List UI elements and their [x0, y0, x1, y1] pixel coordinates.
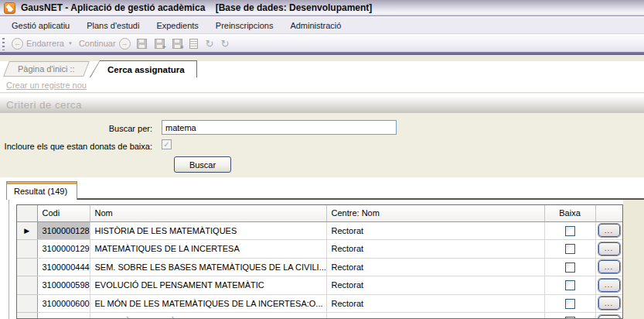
- row-detail-button[interactable]: ...: [598, 297, 620, 310]
- criteria-section-body: Buscar per: Incloure els que estan donat…: [0, 113, 644, 177]
- cell-actions: ...: [595, 276, 622, 295]
- toolbar-grip-handle[interactable]: [2, 38, 5, 50]
- save-button[interactable]: [137, 39, 147, 49]
- cell-centre[interactable]: Rectorat: [326, 294, 544, 313]
- criteria-section-header: Criteri de cerca: [0, 96, 644, 113]
- column-header-actions: [595, 205, 622, 221]
- row-detail-button[interactable]: ...: [598, 260, 620, 273]
- menu-item-preinscripcions[interactable]: Preinscripcions: [207, 19, 282, 33]
- tab-cerca-assignatura-label: Cerca assignatura: [90, 61, 196, 77]
- table-row: 3100000444 SEM. SOBRE LES BASES MATEMÀTI…: [17, 258, 622, 276]
- search-field-label: Buscar per:: [0, 124, 152, 133]
- column-header-codi[interactable]: Codi: [37, 205, 90, 221]
- cell-codi[interactable]: 3100000444: [37, 258, 90, 276]
- row-selector-cell[interactable]: [17, 240, 37, 259]
- baixa-checkbox[interactable]: [565, 262, 575, 273]
- grid-header-row: Codi Nom Centre: Nom Baixa: [17, 205, 622, 221]
- row-selector-cell[interactable]: [17, 294, 37, 313]
- include-inactive-checkbox[interactable]: ✓: [162, 139, 172, 149]
- forward-circle-icon: →: [119, 38, 131, 50]
- criteria-section-title: Criteri de cerca: [6, 99, 82, 111]
- cell-actions: ...: [595, 294, 622, 313]
- menu-item-expedients[interactable]: Expedients: [148, 19, 206, 33]
- cell-codi[interactable]: 3100000726: [37, 313, 90, 319]
- window-title: GausNET - Aplicació de gestió acadèmica …: [21, 2, 372, 13]
- table-row: 3100000600 EL MÓN DE LES MATEMÀTIQUES DE…: [17, 294, 622, 313]
- save-add-icon: +: [162, 44, 166, 50]
- cell-baixa: [544, 294, 595, 313]
- row-detail-button[interactable]: ...: [598, 315, 620, 319]
- column-header-baixa[interactable]: Baixa: [544, 205, 595, 221]
- forward-button[interactable]: Continuar →: [77, 38, 133, 52]
- app-window: GausNET - Aplicació de gestió acadèmica …: [0, 0, 644, 319]
- column-header-nom[interactable]: Nom: [90, 205, 326, 221]
- cell-nom[interactable]: EL MÓN DE LES MATEMÀTIQUES DE LA INCERTE…: [90, 294, 326, 313]
- cell-nom[interactable]: MATEMÀTIQUES DE LA INCERTESA: [90, 240, 326, 259]
- search-input[interactable]: [162, 120, 397, 135]
- menu-bar: Gestió aplicatiu Plans d'estudi Expedien…: [0, 17, 644, 34]
- results-grid: Codi Nom Centre: Nom Baixa ▶ 3100000128 …: [16, 204, 623, 319]
- cell-codi[interactable]: 3100000128: [37, 221, 90, 240]
- menu-item-gestio-aplicatiu[interactable]: Gestió aplicatiu: [3, 19, 78, 33]
- table-row: 3100000726 MATEMÀTIQUES BÀSIQUES Escola …: [17, 313, 622, 319]
- row-selector-header: [17, 205, 37, 221]
- cell-codi[interactable]: 3100000129: [37, 240, 90, 259]
- refresh-button[interactable]: ↻: [206, 39, 214, 49]
- cell-actions: ...: [595, 313, 622, 319]
- menu-item-administracio[interactable]: Administració: [281, 19, 349, 33]
- cell-nom[interactable]: EVOLUCIÓ DEL PENSAMENT MATEMÀTIC: [90, 276, 326, 295]
- cell-baixa: [544, 221, 595, 240]
- current-row-marker-icon: ▶: [24, 227, 29, 235]
- cell-codi[interactable]: 3100000598: [37, 276, 90, 295]
- create-new-record-link[interactable]: Crear un registre nou: [6, 81, 87, 90]
- row-detail-button[interactable]: ...: [598, 224, 620, 237]
- cell-nom[interactable]: HISTÒRIA DE LES MATEMÀTIQUES: [90, 221, 326, 240]
- row-detail-button[interactable]: ...: [598, 242, 620, 256]
- cell-baixa: [544, 313, 595, 319]
- baixa-checkbox[interactable]: [565, 280, 575, 290]
- back-button[interactable]: ← Endarrera: [9, 38, 66, 52]
- baixa-checkbox[interactable]: [565, 226, 575, 236]
- search-button[interactable]: Buscar: [174, 156, 231, 173]
- result-panel-background: [623, 200, 644, 319]
- save-and-close-button[interactable]: ×: [172, 39, 182, 49]
- save-and-new-button[interactable]: +: [155, 39, 165, 49]
- cell-nom[interactable]: MATEMÀTIQUES BÀSIQUES: [90, 313, 326, 319]
- cell-centre[interactable]: Rectorat: [326, 240, 544, 259]
- cell-actions: ...: [595, 221, 622, 240]
- column-header-centre[interactable]: Centre: Nom: [326, 205, 544, 221]
- result-panel-left-border: [9, 200, 9, 319]
- row-selector-cell[interactable]: [17, 313, 37, 319]
- tab-cerca-assignatura[interactable]: Cerca assignatura: [90, 60, 197, 77]
- cell-actions: ...: [595, 240, 622, 259]
- back-button-label: Endarrera: [26, 39, 64, 48]
- back-dropdown-caret-icon[interactable]: ▼: [68, 41, 73, 46]
- baixa-checkbox[interactable]: [565, 299, 575, 309]
- baixa-checkbox[interactable]: [565, 244, 575, 254]
- form-background-strip: [0, 55, 644, 61]
- cell-baixa: [544, 258, 595, 276]
- result-panel-top-border: [6, 198, 644, 200]
- row-selector-cell[interactable]: ▶: [17, 221, 37, 240]
- row-selector-cell[interactable]: [17, 258, 37, 276]
- cell-nom[interactable]: SEM. SOBRE LES BASES MATEMÀTIQUES DE LA …: [90, 258, 326, 276]
- include-inactive-label: Incloure els que estan donats de baixa:: [0, 142, 152, 151]
- tab-resultat[interactable]: Resultat (149): [6, 181, 77, 200]
- cell-centre[interactable]: Escola Politècnica Superior: [326, 313, 544, 319]
- cell-codi[interactable]: 3100000600: [37, 294, 90, 313]
- save-close-icon: ×: [180, 44, 184, 50]
- section-divider: [0, 92, 644, 94]
- report-button[interactable]: [189, 39, 198, 49]
- tab-pagina-inici[interactable]: Pàgina d'inici ::: [3, 61, 90, 77]
- cell-baixa: [544, 276, 595, 295]
- cell-centre[interactable]: Rectorat: [326, 258, 544, 276]
- row-detail-button[interactable]: ...: [598, 279, 620, 292]
- cell-centre[interactable]: Rectorat: [326, 276, 544, 295]
- back-circle-icon: ←: [12, 38, 23, 50]
- row-selector-cell[interactable]: [17, 276, 37, 295]
- cell-centre[interactable]: Rectorat: [326, 221, 544, 240]
- table-row: 3100000129 MATEMÀTIQUES DE LA INCERTESA …: [17, 240, 622, 259]
- refresh-all-button[interactable]: ↻: [220, 39, 229, 49]
- menu-item-plans-destudi[interactable]: Plans d'estudi: [78, 19, 148, 33]
- cell-baixa: [544, 240, 595, 259]
